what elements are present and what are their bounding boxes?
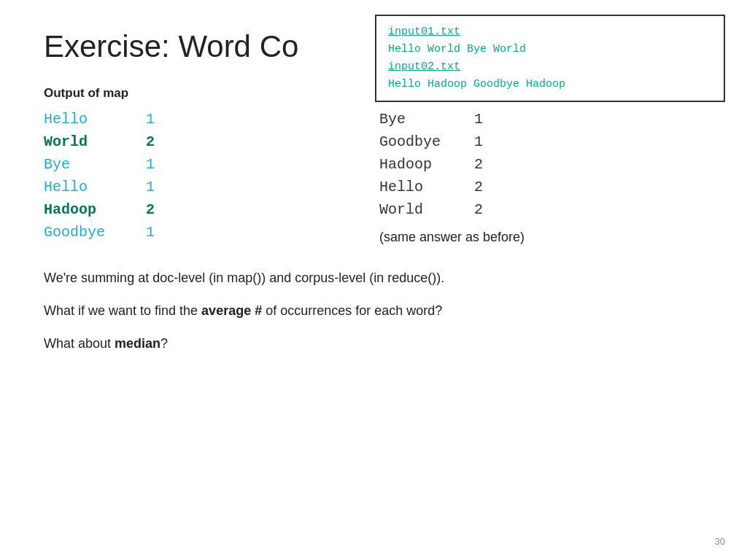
map-row: World2 — [44, 133, 350, 150]
reduce-word: Bye — [379, 111, 460, 128]
reduce-count: 1 — [474, 111, 483, 128]
reduce-row: World2 — [379, 201, 686, 218]
map-word: World — [44, 133, 131, 150]
map-word: Hello — [44, 179, 131, 195]
map-word: Bye — [44, 156, 131, 173]
file-box: input01.txt Hello World Bye World input0… — [375, 15, 725, 102]
reduce-count: 2 — [474, 156, 483, 173]
reduce-output-column: Output of reduce Bye1Goodbye1Hadoop2Hell… — [379, 86, 686, 246]
page-number: 30 — [715, 536, 725, 547]
columns: Output of map Hello1World2Bye1Hello1Hado… — [44, 86, 703, 246]
map-word: Goodbye — [44, 224, 131, 241]
file2-name: input02.txt — [388, 58, 712, 76]
bottom-text-1: We're summing at doc-level (in map()) an… — [44, 268, 703, 288]
map-output-header: Output of map — [44, 86, 350, 101]
map-row: Hello1 — [44, 179, 350, 195]
reduce-word: Goodbye — [379, 133, 460, 150]
map-row: Goodbye1 — [44, 224, 350, 241]
reduce-count: 2 — [474, 179, 483, 195]
file1-content: Hello World Bye World — [388, 41, 712, 58]
map-row: Hello1 — [44, 111, 350, 128]
map-output-column: Output of map Hello1World2Bye1Hello1Hado… — [44, 86, 350, 246]
map-count: 1 — [146, 156, 155, 173]
map-count: 1 — [146, 179, 155, 195]
map-rows: Hello1World2Bye1Hello1Hadoop2Goodbye1 — [44, 111, 350, 241]
reduce-word: Hello — [379, 179, 460, 195]
reduce-word: World — [379, 201, 460, 218]
map-word: Hello — [44, 111, 131, 128]
map-count: 2 — [146, 133, 155, 150]
map-row: Hadoop2 — [44, 201, 350, 218]
map-count: 1 — [146, 111, 155, 128]
reduce-word: Hadoop — [379, 156, 460, 173]
map-word: Hadoop — [44, 201, 131, 218]
reduce-row: Hadoop2 — [379, 156, 686, 173]
page: input01.txt Hello World Bye World input0… — [0, 0, 747, 560]
same-answer-note: (same answer as before) — [379, 230, 686, 245]
reduce-row: Goodbye1 — [379, 133, 686, 150]
reduce-row: Bye1 — [379, 111, 686, 128]
map-count: 2 — [146, 201, 155, 218]
bottom-text-2: What if we want to find the average # of… — [44, 301, 703, 321]
bottom-section: We're summing at doc-level (in map()) an… — [44, 268, 703, 354]
file1-name: input01.txt — [388, 23, 712, 41]
bottom-text-3: What about median? — [44, 334, 703, 354]
reduce-rows: Bye1Goodbye1Hadoop2Hello2World2 — [379, 111, 686, 218]
map-row: Bye1 — [44, 156, 350, 173]
reduce-count: 1 — [474, 133, 483, 150]
file2-content: Hello Hadoop Goodbye Hadoop — [388, 76, 712, 93]
reduce-row: Hello2 — [379, 179, 686, 195]
map-count: 1 — [146, 224, 155, 241]
reduce-count: 2 — [474, 201, 483, 218]
